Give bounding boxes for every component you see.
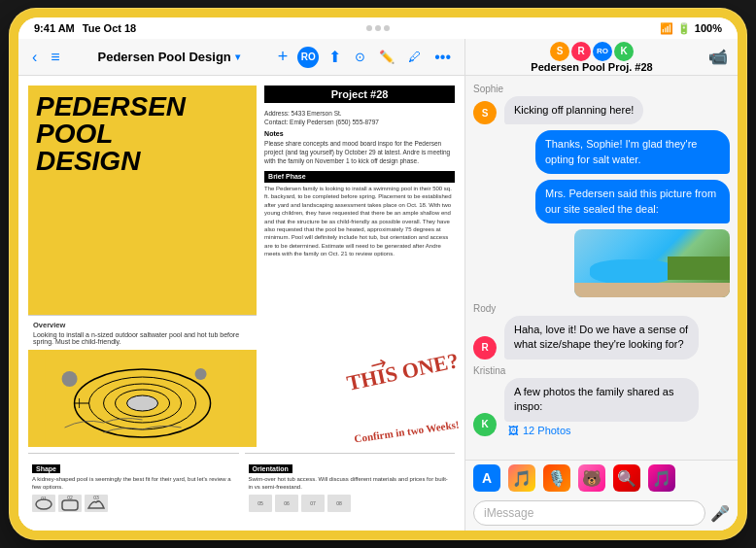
avatar-rody: R [571, 42, 591, 61]
memoji-icon[interactable]: 🎵 [508, 464, 535, 492]
orientation-thumb-2: 06 [275, 495, 298, 512]
project-header: Project #28 [264, 86, 455, 103]
bubble-kristina: A few photos the family shared as inspo: [504, 378, 699, 422]
svg-text:01: 01 [41, 496, 47, 501]
avatar-kristina: K [614, 42, 634, 61]
doc-overview: Overview Looking to install a n-sized ou… [28, 315, 257, 350]
message-row: Kristina K A few photos the family share… [473, 365, 730, 436]
avatar-ro: RO [593, 42, 612, 61]
photo-label-icon: 🖼 [508, 425, 519, 436]
app-area: ‹ ≡ Pedersen Pool Design ▾ + RO ⬆ ⊙ ✏️ 🖊… [18, 39, 738, 531]
sender-name-sophie: Sophie [473, 84, 503, 94]
appstore-icon[interactable]: A [473, 464, 500, 492]
brief-section: Brief Phase The Pedersen family is looki… [264, 171, 455, 447]
orientation-thumb-3: 07 [301, 495, 325, 512]
svg-rect-12 [62, 500, 78, 510]
overview-text: Looking to install a n-sized outdoor sal… [33, 331, 252, 345]
video-call-button[interactable]: 📹 [708, 48, 728, 66]
messages-list[interactable]: Sophie S Kicking off planning here! Than… [465, 76, 738, 460]
svg-text:07: 07 [310, 500, 316, 506]
svg-text:06: 06 [284, 500, 290, 506]
shape-label: Shape [32, 464, 60, 473]
notes-text: Please share concepts and mood board ins… [264, 139, 455, 165]
music2-icon[interactable]: 🎵 [648, 464, 675, 492]
pool-sketch-area [28, 350, 257, 447]
project-info: Address: 5433 Emerson St. Contact: Emily… [264, 107, 455, 167]
brief-text: The Pedersen family is looking to instal… [264, 185, 455, 258]
orientation-section: Orientation Swim-over hot tub access. Wi… [245, 453, 456, 521]
status-date: Tue Oct 18 [83, 22, 136, 34]
orientation-thumb-4: 08 [327, 495, 351, 512]
avatar-msg-sophie: S [473, 101, 497, 124]
message-row: Rody R Haha, love it! Do we have a sense… [473, 303, 730, 360]
notes-doc-title: Pedersen Pool Design [98, 50, 231, 64]
svg-text:05: 05 [258, 500, 263, 506]
group-name: Pedersen Pool Proj. #28 [531, 61, 652, 73]
more-button[interactable]: ••• [430, 47, 455, 68]
shape-text: A kidney-shaped pool is seemingly the be… [32, 475, 235, 492]
battery-percent: 100% [695, 22, 722, 34]
project-contact: Contact: Emily Pedersen (650) 555-8797 [264, 118, 455, 126]
group-avatars: S R RO K [550, 42, 634, 61]
pool-image [574, 229, 730, 297]
sender-name-kristina: Kristina [473, 365, 505, 376]
status-bar: 9:41 AM Tue Oct 18 📶 🔋 100% [18, 17, 738, 39]
photo-count-label: 12 Photos [523, 425, 571, 436]
avatar-sophie: S [550, 42, 569, 61]
message-row: Sophie S Kicking off planning here! [473, 84, 730, 124]
shape-section: Shape A kidney-shaped pool is seemingly … [28, 453, 239, 521]
orientation-text: Swim-over hot tub access. Will discuss d… [249, 475, 452, 492]
svg-text:08: 08 [336, 500, 342, 506]
ipad-frame: 9:41 AM Tue Oct 18 📶 🔋 100% ‹ ≡ [9, 8, 747, 540]
back-button[interactable]: ‹ [28, 47, 41, 68]
photo-count: 🖼 12 Photos [504, 425, 699, 436]
shape-thumb-2: 02 [58, 495, 82, 512]
user-avatar[interactable]: RO [297, 47, 319, 68]
overview-label: Overview [33, 321, 252, 329]
message-input[interactable]: iMessage [473, 500, 705, 526]
svg-text:02: 02 [67, 495, 73, 500]
bubble-outgoing-2: Mrs. Pedersen said this picture from our… [535, 180, 730, 223]
message-row: Mrs. Pedersen said this picture from our… [473, 180, 730, 223]
chevron-down-icon: ▾ [235, 51, 240, 62]
avatar-msg-kristina: K [473, 413, 497, 436]
message-row-image [473, 229, 730, 297]
markup-button[interactable]: 🖊 [404, 48, 425, 66]
lasso-tool[interactable]: ⊙ [351, 48, 369, 66]
input-placeholder: iMessage [484, 506, 533, 520]
messages-app: S R RO K Pedersen Pool Proj. #28 📹 Sophi… [465, 39, 738, 531]
pen-tool[interactable]: ✏️ [375, 48, 398, 66]
pool-title-line3: DESIGN [36, 148, 249, 175]
shape-thumb-1: 01 [32, 495, 55, 512]
audio-icon[interactable]: 🎙️ [543, 464, 570, 492]
list-view-button[interactable]: ≡ [47, 47, 63, 68]
notes-app: ‹ ≡ Pedersen Pool Design ▾ + RO ⬆ ⊙ ✏️ 🖊… [18, 39, 465, 531]
svg-point-9 [195, 368, 207, 380]
brief-label: Brief Phase [264, 171, 455, 183]
share-button[interactable]: ⬆ [325, 46, 345, 68]
notes-toolbar: ‹ ≡ Pedersen Pool Design ▾ + RO ⬆ ⊙ ✏️ 🖊… [18, 39, 464, 76]
orientation-thumb-1: 05 [249, 495, 272, 512]
sticker-icon[interactable]: 🐻 [578, 464, 605, 492]
svg-point-8 [62, 371, 78, 387]
bubble-outgoing-1: Thanks, Sophie! I'm glad they're opting … [535, 130, 730, 174]
avatar-msg-rody: R [473, 336, 497, 360]
svg-text:03: 03 [93, 495, 99, 500]
shape-thumb-3: 03 [85, 495, 108, 512]
messages-input-area: A 🎵 🎙️ 🐻 🔍 🎵 iMessage 🎤 [465, 460, 738, 531]
add-button[interactable]: + [274, 45, 292, 69]
bubble-rody: Haha, love it! Do we have a sense of wha… [504, 316, 699, 360]
music-icon[interactable]: 🔍 [613, 464, 640, 492]
svg-point-5 [127, 395, 158, 411]
battery-icon: 🔋 [677, 22, 691, 35]
bubble-sophie: Kicking off planning here! [504, 96, 643, 124]
notes-label: Notes [264, 129, 455, 139]
sender-name-rody: Rody [473, 303, 496, 314]
orientation-label: Orientation [249, 464, 292, 473]
wifi-icon: 📶 [660, 22, 673, 35]
messages-toolbar: S R RO K Pedersen Pool Proj. #28 📹 [465, 39, 738, 76]
pool-title-line2: POOL [36, 120, 249, 148]
doc-title-area: PEDERSEN POOL DESIGN [28, 86, 257, 315]
ipad-screen: 9:41 AM Tue Oct 18 📶 🔋 100% ‹ ≡ [18, 17, 738, 531]
microphone-button[interactable]: 🎤 [710, 504, 730, 523]
